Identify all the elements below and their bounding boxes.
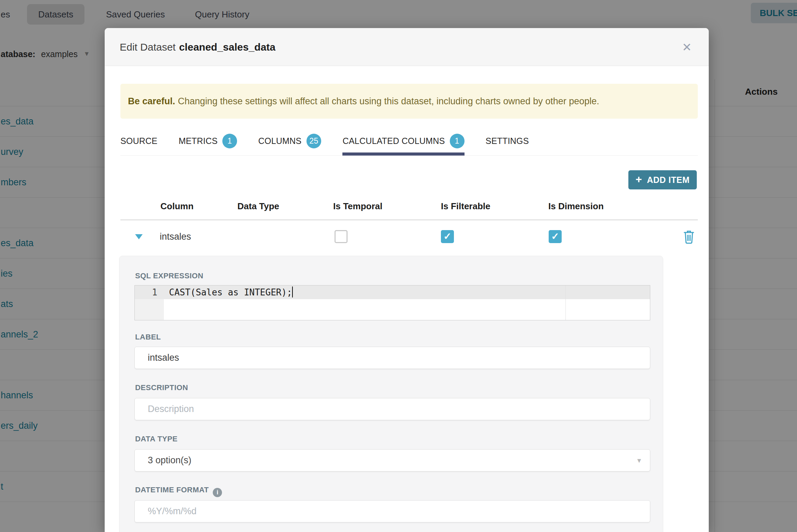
data-type-select[interactable]: 3 option(s) ▾ [134, 449, 650, 471]
sql-code: CAST(Sales as INTEGER); [169, 285, 293, 299]
warning-banner-text: Changing these settings will affect all … [178, 96, 599, 106]
is-temporal-checkbox[interactable] [335, 230, 348, 243]
columns-count-badge: 25 [306, 134, 322, 148]
column-name: intsales [160, 221, 191, 253]
close-icon[interactable]: ✕ [677, 28, 697, 66]
modal-tabs: SOURCE METRICS 1 COLUMNS 25 CALCULATED C… [120, 127, 698, 156]
datetime-format-label: DATETIME FORMATi [135, 486, 222, 497]
tab-settings[interactable]: SETTINGS [486, 127, 529, 155]
is-dimension-checkbox[interactable]: ✓ [549, 230, 562, 243]
header-is-filterable: Is Filterable [441, 193, 491, 219]
description-field-label: DESCRIPTION [135, 383, 188, 392]
modal-header: Edit Dataset cleaned_sales_data ✕ [105, 28, 709, 66]
modal-title-prefix: Edit Dataset [120, 41, 175, 53]
datasets-page: es Datasets Saved Queries Query History … [0, 0, 797, 532]
label-field-label: LABEL [135, 333, 161, 342]
sql-expression-editor[interactable]: 1 CAST(Sales as INTEGER); [134, 285, 650, 320]
add-item-button[interactable]: + ADD ITEM [628, 170, 697, 189]
editor-line-number: 1 [135, 285, 157, 299]
edit-dataset-modal: Edit Dataset cleaned_sales_data ✕ Be car… [105, 28, 709, 532]
collapse-caret-icon[interactable] [135, 234, 143, 239]
header-data-type: Data Type [237, 193, 279, 219]
metrics-count-badge: 1 [222, 134, 237, 148]
datetime-format-input[interactable] [134, 500, 650, 522]
tab-source[interactable]: SOURCE [120, 127, 157, 155]
info-icon[interactable]: i [213, 488, 222, 497]
modal-title-dataset-name: cleaned_sales_data [179, 41, 275, 53]
warning-banner: Be careful.Changing these settings will … [120, 84, 698, 119]
is-filterable-checkbox[interactable]: ✓ [441, 230, 454, 243]
warning-banner-bold: Be careful. [128, 96, 175, 106]
calculated-column-editor-panel: SQL EXPRESSION 1 CAST(Sales as INTEGER);… [119, 256, 663, 532]
header-is-dimension: Is Dimension [548, 193, 604, 219]
tab-metrics[interactable]: METRICS 1 [179, 127, 237, 155]
modal-title: Edit Dataset cleaned_sales_data [120, 28, 275, 66]
data-type-value: 3 option(s) [148, 450, 192, 471]
data-type-label: DATA TYPE [135, 435, 178, 443]
plus-icon: + [636, 173, 642, 186]
calculated-columns-count-badge: 1 [450, 134, 465, 148]
header-is-temporal: Is Temporal [333, 193, 382, 219]
tab-calculated-columns[interactable]: CALCULATED COLUMNS 1 [342, 127, 464, 155]
label-input[interactable] [134, 347, 650, 369]
delete-icon[interactable] [682, 229, 696, 244]
sql-expression-label: SQL EXPRESSION [135, 271, 204, 280]
editor-print-margin [565, 285, 566, 320]
tab-columns[interactable]: COLUMNS 25 [258, 127, 321, 155]
description-input[interactable] [134, 398, 650, 420]
calculated-columns-header-row: Column Data Type Is Temporal Is Filterab… [105, 193, 709, 219]
calculated-column-row: intsales ✓ ✓ [105, 221, 709, 253]
chevron-down-icon: ▾ [637, 450, 641, 471]
header-column: Column [160, 193, 194, 219]
text-cursor [292, 287, 293, 297]
